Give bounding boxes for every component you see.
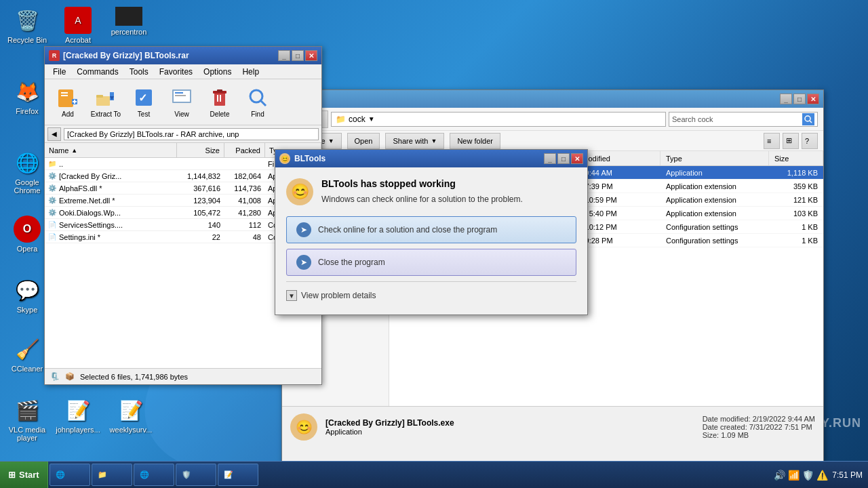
svg-point-23 — [805, 116, 810, 121]
dll-icon: ⚙️ — [47, 184, 57, 193]
status-size: Size: 1.09 MB — [703, 431, 815, 439]
opera-icon: O — [14, 216, 41, 243]
explorer-restore-btn[interactable]: □ — [793, 94, 806, 104]
explorer-minimize-btn[interactable]: _ — [780, 94, 792, 104]
winrar-minimize-btn[interactable]: _ — [278, 50, 290, 61]
details-arrow-icon: ▼ — [286, 290, 297, 301]
ccleaner-icon: 🧹 — [14, 336, 41, 363]
breadcrumb-folder-icon: 📁 — [336, 115, 346, 124]
view-tiles-btn[interactable]: ⊞ — [783, 133, 799, 149]
taskbar-security-btn[interactable]: 🛡️ — [176, 464, 216, 486]
menu-options[interactable]: Options — [198, 66, 237, 78]
tray-antivirus-icon[interactable]: ⚠️ — [816, 470, 828, 481]
bltools-minimize-btn[interactable]: _ — [544, 153, 556, 164]
bltools-heading: BLTools has stopped working — [321, 178, 523, 189]
menu-tools[interactable]: Tools — [124, 66, 154, 78]
svg-line-24 — [810, 121, 812, 123]
share-arrow-icon: ▼ — [431, 138, 437, 144]
status-date-created: Date created: 7/31/2022 7:51 PM — [703, 423, 815, 431]
desktop-icon-vlc[interactable]: 🎬 VLC media player — [3, 396, 51, 442]
taskbar-right: 🔊 📶 🛡️ ⚠️ 7:51 PM — [768, 470, 868, 481]
new-folder-btn[interactable]: New folder — [450, 133, 500, 149]
open-btn[interactable]: Open — [347, 133, 380, 149]
add-icon — [57, 87, 79, 108]
svg-rect-7 — [96, 95, 103, 98]
bltools-text: BLTools has stopped working Windows can … — [321, 178, 523, 204]
toolbar-add-btn[interactable]: Add — [50, 83, 85, 121]
col-size[interactable]: Size — [177, 143, 224, 157]
menu-favorites[interactable]: Favorites — [154, 66, 198, 78]
toolbar-view-btn[interactable]: View — [164, 83, 199, 121]
toolbar-test-btn[interactable]: ✓ Test — [126, 83, 161, 121]
bltools-controls: _ □ ✕ — [544, 153, 583, 164]
taskbar-chrome-btn[interactable]: 🌐 — [134, 464, 174, 486]
desktop: 🗑️ Recycle Bin A Acrobat percentron 🦊 Fi… — [0, 0, 868, 461]
desktop-icon-word2[interactable]: 📝 weeklysurv... — [107, 396, 155, 434]
winrar-back-btn[interactable]: ◀ — [47, 127, 61, 141]
view-details-btn[interactable]: ▼ View problem details — [286, 287, 376, 304]
desktop-icon-word1[interactable]: 📝 johnplayers... — [54, 396, 102, 434]
dll2-icon: ⚙️ — [47, 196, 57, 205]
winrar-status-icon2: 📦 — [65, 372, 75, 381]
winrar-restore-btn[interactable]: □ — [292, 50, 304, 61]
taskbar-ie-btn[interactable]: 🌐 — [50, 464, 90, 486]
explorer-controls: _ □ ✕ — [780, 94, 819, 104]
menu-file[interactable]: File — [47, 66, 71, 78]
word-icon: 📝 — [224, 470, 233, 479]
col-packed[interactable]: Packed — [224, 143, 265, 157]
dll3-icon: ⚙️ — [47, 208, 57, 218]
folder-icon: 📁 — [47, 159, 57, 169]
tray-network-icon[interactable]: 📶 — [788, 470, 800, 481]
bltools-header: 😊 BLTools has stopped working Windows ca… — [286, 178, 576, 205]
test-icon: ✓ — [133, 87, 155, 108]
close-program-arrow-icon: ➤ — [296, 255, 311, 270]
search-btn[interactable] — [802, 113, 814, 125]
toolbar-extract-btn[interactable]: Extract To — [88, 83, 123, 121]
bltools-subtext: Windows can check online for a solution … — [321, 195, 523, 204]
search-placeholder: Search cock — [672, 115, 713, 123]
toolbar-find-btn[interactable]: Find — [240, 83, 275, 121]
bltools-title: BLTools — [294, 154, 326, 163]
winrar-title-icon: R — [49, 50, 60, 61]
winrar-toolbar: Add Extract To ✓ — [45, 79, 321, 125]
start-button[interactable]: ⊞ Start — [0, 462, 48, 488]
close-program-btn[interactable]: ➤ Close the program — [286, 249, 576, 276]
ie-icon: 🌐 — [56, 470, 65, 479]
tray-security-icon[interactable]: 🛡️ — [802, 470, 814, 481]
toolbar-delete-btn[interactable]: Delete — [202, 83, 237, 121]
cfg1-icon: 📄 — [47, 220, 57, 230]
share-with-btn[interactable]: Share with ▼ — [385, 133, 444, 149]
winrar-close-btn[interactable]: ✕ — [305, 50, 317, 61]
desktop-icon-recycle-bin[interactable]: 🗑️ Recycle Bin — [3, 7, 51, 44]
status-file-thumb: 😊 — [290, 413, 317, 441]
dialog-divider — [286, 281, 576, 282]
menu-commands[interactable]: Commands — [71, 66, 123, 78]
cfg2-icon: 📄 — [47, 232, 57, 242]
svg-text:✓: ✓ — [138, 92, 147, 104]
skype-icon: 💬 — [14, 277, 41, 304]
col-size[interactable]: Size — [769, 151, 823, 165]
svg-rect-20 — [220, 95, 221, 102]
winrar-status-bar: 🗜️ 📦 Selected 6 files, 1,741,986 bytes — [45, 368, 321, 384]
tray-icons: 🔊 📶 🛡️ ⚠️ — [774, 470, 828, 481]
taskbar-word-btn[interactable]: 📝 — [218, 464, 258, 486]
help-btn[interactable]: ? — [802, 133, 818, 149]
explorer-search-box[interactable]: Search cock — [669, 112, 818, 127]
view-details-btn[interactable]: ≡ — [764, 133, 780, 149]
col-name[interactable]: Name ▲ — [45, 143, 177, 157]
bltools-restore-btn[interactable]: □ — [557, 153, 570, 164]
bltools-close-btn[interactable]: ✕ — [571, 153, 583, 164]
taskbar-explorer-btn[interactable]: 📁 — [92, 464, 132, 486]
taskbar-items: 🌐 📁 🌐 🛡️ 📝 — [48, 462, 768, 488]
menu-help[interactable]: Help — [237, 66, 264, 78]
explorer-close-btn[interactable]: ✕ — [807, 94, 819, 104]
desktop-icon-acrobat[interactable]: A Acrobat — [54, 7, 102, 44]
recycle-bin-icon: 🗑️ — [14, 7, 41, 34]
col-type[interactable]: Type — [660, 151, 769, 165]
desktop-icon-percentron[interactable]: percentron — [105, 7, 153, 36]
explorer-breadcrumb[interactable]: 📁 cock ▼ — [331, 112, 666, 127]
app-icon: ⚙️ — [47, 171, 57, 181]
svg-rect-1 — [61, 92, 68, 94]
tray-volume-icon[interactable]: 🔊 — [774, 470, 785, 481]
check-online-btn[interactable]: ➤ Check online for a solution and close … — [286, 216, 576, 243]
